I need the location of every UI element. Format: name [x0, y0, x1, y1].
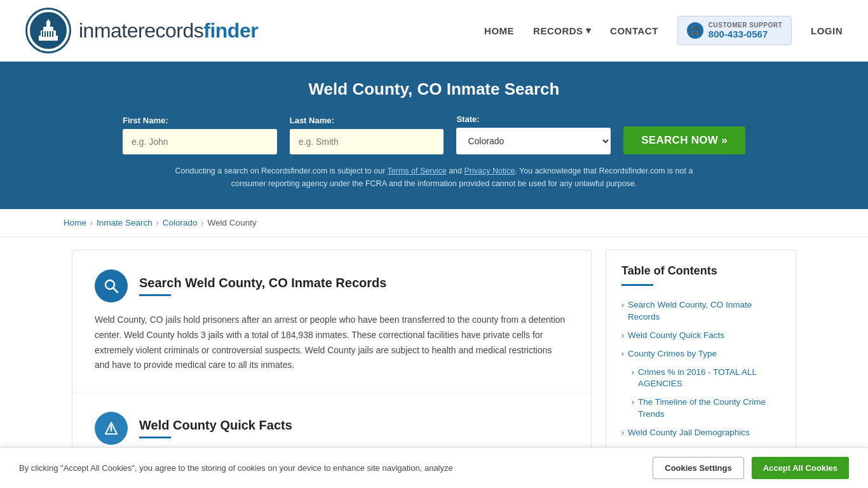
logo-icon [25, 8, 71, 53]
section-title-wrapper-facts: Weld County Quick Facts [139, 418, 292, 438]
search-form: First Name: Last Name: State: Colorado A… [123, 114, 745, 154]
cookie-text: By clicking "Accept All Cookies", you ag… [19, 462, 453, 475]
last-name-label: Last Name: [290, 116, 444, 125]
left-column: Search Weld County, CO Inmate Records We… [72, 250, 592, 475]
nav-records[interactable]: RECORDS ▾ [533, 25, 591, 36]
toc-underline [621, 284, 653, 286]
right-sidebar: Table of Contents › Search Weld County, … [606, 250, 796, 475]
main-nav: HOME RECORDS ▾ CONTACT 🎧 CUSTOMER SUPPOR… [484, 16, 843, 45]
toc-link-crimes-type[interactable]: County Crimes by Type [628, 348, 717, 360]
toc-link-crimes-pct[interactable]: Crimes % in 2016 - TOTAL ALL AGENCIES [638, 367, 780, 391]
search-section: Weld County, CO Inmate Search First Name… [0, 62, 868, 209]
toc-link-inmate[interactable]: Search Weld County, CO Inmate Records [628, 299, 780, 323]
breadcrumb-state[interactable]: Colorado [163, 218, 198, 227]
info-icon-circle [95, 412, 128, 445]
toc-item-crimes-type[interactable]: › County Crimes by Type [621, 345, 780, 363]
chevron-right-icon: › [621, 331, 624, 340]
chevron-right-icon: › [632, 368, 634, 377]
last-name-group: Last Name: [290, 116, 444, 154]
first-name-group: First Name: [123, 116, 277, 154]
cookie-buttons: Cookies Settings Accept All Cookies [653, 457, 849, 479]
cookie-accept-button[interactable]: Accept All Cookies [752, 457, 849, 479]
toc-link-quickfacts[interactable]: Weld County Quick Facts [628, 330, 724, 342]
breadcrumb-inmate-search[interactable]: Inmate Search [97, 218, 153, 227]
breadcrumb-county: Weld County [208, 218, 257, 227]
table-of-contents: Table of Contents › Search Weld County, … [606, 250, 796, 475]
logo-text: inmaterecordsfinder [79, 19, 258, 43]
chevron-right-icon: › [621, 301, 624, 309]
svg-rect-11 [39, 41, 58, 42]
first-name-label: First Name: [123, 116, 277, 125]
breadcrumb: Home › Inmate Search › Colorado › Weld C… [0, 209, 868, 237]
title-underline-facts [139, 437, 171, 438]
toc-item-demographics[interactable]: › Weld County Jail Demographics [621, 424, 780, 442]
chevron-down-icon: ▾ [586, 25, 592, 36]
search-title: Weld County, CO Inmate Search [25, 79, 843, 99]
first-name-input[interactable] [123, 129, 277, 154]
svg-rect-10 [52, 31, 53, 37]
search-button[interactable]: SEARCH NOW » [623, 126, 745, 154]
toc-link-demographics[interactable]: Weld County Jail Demographics [628, 427, 750, 439]
inmate-section-body: Weld County, CO jails hold prisoners aft… [95, 313, 569, 373]
inmate-records-section: Search Weld County, CO Inmate Records We… [72, 250, 591, 393]
toc-title: Table of Contents [621, 264, 780, 278]
logo-area: inmaterecordsfinder [25, 8, 258, 53]
terms-link[interactable]: Terms of Service [388, 166, 447, 175]
toc-link-timeline[interactable]: The Timeline of the County Crime Trends [638, 396, 780, 421]
svg-line-13 [114, 288, 118, 293]
section-header-inmate: Search Weld County, CO Inmate Records [95, 269, 569, 302]
login-button[interactable]: LOGIN [811, 25, 843, 36]
quick-facts-title: Weld County Quick Facts [139, 418, 292, 433]
inmate-section-title: Search Weld County, CO Inmate Records [139, 276, 386, 290]
privacy-link[interactable]: Privacy Notice [464, 166, 515, 175]
section-header-facts: Weld County Quick Facts [95, 412, 569, 445]
nav-home[interactable]: HOME [484, 25, 514, 36]
toc-item-inmate[interactable]: › Search Weld County, CO Inmate Records [621, 296, 780, 327]
state-select[interactable]: Colorado Alabama Alaska Arizona Californ… [456, 128, 611, 154]
headset-icon: 🎧 [687, 22, 703, 39]
svg-rect-6 [42, 31, 43, 37]
section-title-wrapper: Search Weld County, CO Inmate Records [139, 276, 386, 296]
main-content: Search Weld County, CO Inmate Records We… [59, 250, 809, 475]
chevron-right-icon: › [621, 428, 624, 437]
svg-point-16 [111, 425, 112, 426]
toc-item-crimes-pct[interactable]: › Crimes % in 2016 - TOTAL ALL AGENCIES [621, 363, 780, 394]
breadcrumb-sep-2: › [156, 219, 159, 227]
breadcrumb-sep-3: › [201, 219, 204, 227]
cookie-settings-button[interactable]: Cookies Settings [653, 457, 743, 479]
customer-support-box[interactable]: 🎧 CUSTOMER SUPPORT 800-433-0567 [677, 16, 792, 45]
toc-item-quickfacts[interactable]: › Weld County Quick Facts [621, 327, 780, 345]
nav-contact[interactable]: CONTACT [610, 25, 658, 36]
state-group: State: Colorado Alabama Alaska Arizona C… [456, 114, 611, 154]
breadcrumb-home[interactable]: Home [64, 218, 86, 227]
breadcrumb-sep-1: › [90, 219, 93, 227]
svg-rect-9 [50, 31, 51, 37]
svg-rect-8 [47, 31, 48, 37]
search-disclaimer: Conducting a search on Recordsfinder.com… [173, 165, 695, 190]
title-underline [139, 294, 171, 296]
state-label: State: [456, 114, 611, 124]
chevron-right-icon: › [621, 349, 624, 358]
svg-rect-7 [44, 31, 46, 37]
search-icon-circle [95, 269, 128, 302]
cookie-banner: By clicking "Accept All Cookies", you ag… [0, 447, 868, 488]
chevron-right-icon: › [632, 398, 634, 407]
last-name-input[interactable] [290, 129, 444, 154]
toc-item-timeline[interactable]: › The Timeline of the County Crime Trend… [621, 393, 780, 424]
support-info: CUSTOMER SUPPORT 800-433-0567 [709, 22, 782, 39]
site-header: inmaterecordsfinder HOME RECORDS ▾ CONTA… [0, 0, 868, 62]
